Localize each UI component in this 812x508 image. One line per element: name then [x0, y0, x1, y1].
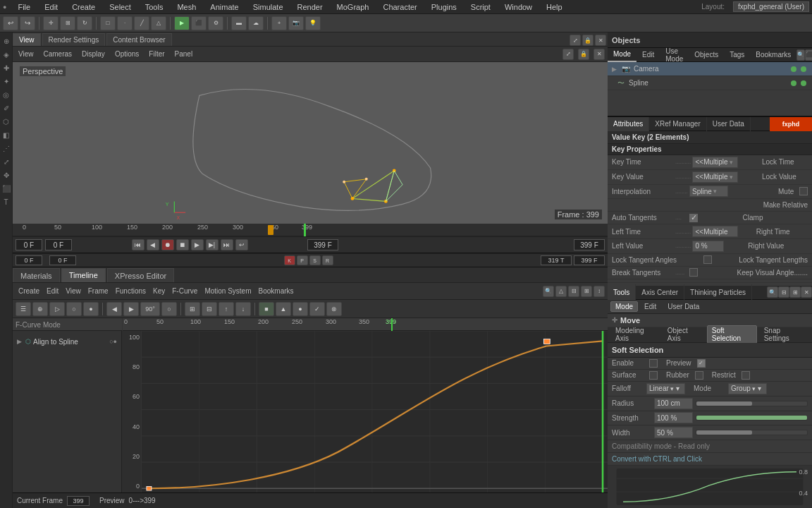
object-axis-tab[interactable]: Object Axis [663, 325, 705, 344]
floor-button[interactable]: ▬ [231, 16, 247, 30]
tab-view[interactable]: View [13, 33, 41, 46]
scale-tool-button[interactable]: ⊞ [60, 16, 75, 30]
soft-selection-tab[interactable]: Soft Selection [707, 325, 757, 344]
tl-motion-system[interactable]: Motion System [202, 286, 254, 296]
tl-edit[interactable]: Edit [44, 286, 61, 296]
tl-btn-17[interactable]: ✓ [309, 302, 325, 316]
spline-render-dot[interactable] [801, 80, 806, 86]
falloff-dropdown[interactable]: Linear ▾ [646, 383, 685, 394]
tl-btn-1[interactable]: ☰ [16, 302, 31, 316]
time-offset-field[interactable] [45, 239, 72, 250]
left-icon-8[interactable]: ◧ [1, 129, 12, 140]
poly-mode-button[interactable]: △ [151, 16, 166, 30]
menu-mograph[interactable]: MoGraph [334, 3, 372, 11]
menu-select[interactable]: Select [106, 3, 134, 11]
mode-dropdown[interactable]: Group ▾ [728, 383, 767, 394]
play-next-key[interactable]: ⏭ [221, 239, 233, 250]
tools-tab-thinking-particles[interactable]: Thinking Particles [684, 284, 752, 300]
tl-btn-7[interactable]: ▶ [123, 302, 139, 316]
vb-panel[interactable]: Panel [172, 49, 196, 59]
playhead[interactable] [304, 224, 306, 236]
time-field-small-1[interactable] [16, 255, 42, 265]
modeling-axis-tab[interactable]: Modeling Axis [610, 325, 660, 344]
tab-xpresso[interactable]: XPresso Editor [107, 268, 174, 282]
left-icon-2[interactable]: ◈ [1, 49, 12, 60]
left-icon-10[interactable]: ⤢ [1, 156, 12, 167]
tl-icon-2[interactable]: ⊟ [568, 286, 579, 297]
tl-btn-9[interactable]: ○ [161, 302, 177, 316]
menu-render[interactable]: Render [295, 3, 326, 11]
menu-plugins[interactable]: Plugins [429, 3, 460, 11]
left-icon-1[interactable]: ⊕ [1, 35, 12, 47]
left-icon-7[interactable]: ⬡ [1, 116, 12, 127]
left-icon-13[interactable]: T [1, 196, 12, 207]
point-mode-button[interactable]: · [117, 16, 133, 30]
tools-search-btn[interactable]: 🔍 [767, 286, 778, 298]
tl-icon-4[interactable]: ↕ [593, 286, 605, 297]
key-rec-btn-2[interactable]: P [297, 255, 308, 265]
viewport-lock-button[interactable]: 🔒 [582, 35, 593, 46]
tl-btn-4[interactable]: ○ [66, 302, 82, 316]
tool-sub-mode[interactable]: Mode [610, 301, 638, 312]
obj-tab-objects[interactable]: Objects [689, 48, 724, 62]
tl-btn-13[interactable]: ↓ [235, 302, 251, 316]
menu-create[interactable]: Create [69, 3, 98, 11]
tools-icon-1[interactable]: ⊟ [778, 286, 789, 298]
menu-mesh[interactable]: Mesh [174, 3, 199, 11]
time-current-right[interactable] [574, 239, 605, 250]
lock-tang-ang-cb[interactable] [703, 255, 712, 264]
redo-button[interactable]: ↪ [20, 16, 35, 30]
sky-button[interactable]: ☁ [248, 16, 264, 30]
viewport-icon-3[interactable]: ✕ [593, 49, 605, 60]
tl-fcurve[interactable]: F-Curve [169, 286, 200, 296]
left-time-value[interactable]: <<Multiple [692, 226, 738, 237]
compat-link[interactable]: Convert with CTRL and Click [612, 455, 702, 463]
obj-tab-mode[interactable]: Mode [608, 48, 636, 62]
menu-edit[interactable]: Edit [42, 3, 61, 11]
tools-icon-3[interactable]: ✕ [801, 286, 812, 298]
tl-create[interactable]: Create [16, 286, 42, 296]
undo-button[interactable]: ↩ [3, 16, 18, 30]
tab-materials[interactable]: Materials [13, 268, 60, 282]
vb-cameras[interactable]: Cameras [41, 49, 75, 59]
vb-filter[interactable]: Filter [146, 49, 167, 59]
tl-btn-8[interactable]: 90° [140, 302, 160, 316]
viewport-icon-2[interactable]: 🔒 [578, 49, 589, 60]
snap-settings-tab[interactable]: Snap Settings [759, 325, 809, 344]
left-icon-12[interactable]: ⬛ [1, 183, 12, 194]
menu-animate[interactable]: Animate [207, 3, 241, 11]
break-tang-cb[interactable] [689, 268, 698, 277]
radius-slider[interactable] [696, 401, 808, 406]
mute-checkbox[interactable] [799, 187, 808, 195]
time-field-small-3[interactable] [541, 255, 572, 265]
tl-icon-1[interactable]: △ [555, 286, 567, 297]
time-start-field[interactable] [16, 239, 42, 250]
left-val-value[interactable]: 0 % [692, 241, 724, 252]
camera-render-dot[interactable] [801, 66, 806, 72]
render-region-button[interactable]: ⬛ [191, 16, 207, 30]
tool-sub-edit[interactable]: Edit [639, 301, 661, 312]
left-icon-3[interactable]: ✚ [1, 62, 12, 73]
left-icon-6[interactable]: ✐ [1, 102, 12, 114]
vb-options[interactable]: Options [112, 49, 142, 59]
tab-content-browser[interactable]: Content Browser [106, 33, 171, 46]
play-record[interactable]: ⏺ [161, 239, 174, 250]
obj-tab-edit[interactable]: Edit [636, 48, 660, 62]
obj-search-btn[interactable]: 🔍 [796, 49, 805, 61]
obj-tab-tags[interactable]: Tags [724, 48, 750, 62]
tools-tab-tools[interactable]: Tools [608, 284, 636, 300]
camera-vis-dot[interactable] [791, 66, 796, 72]
camera-button[interactable]: 📷 [288, 16, 304, 30]
fcurve-graph[interactable]: 100 80 60 40 20 0 [122, 331, 608, 492]
tl-frame[interactable]: Frame [85, 286, 111, 296]
tl-btn-6[interactable]: ◀ [106, 302, 122, 316]
auto-tang-checkbox[interactable]: ✓ [689, 214, 698, 222]
tl-functions[interactable]: Functions [113, 286, 149, 296]
camera-expand-icon[interactable]: ▶ [612, 66, 617, 73]
interp-value[interactable]: Spline ▾ [689, 186, 728, 197]
obj-tab-bookmarks[interactable]: Bookmarks [750, 48, 796, 62]
new-object-button[interactable]: + [271, 16, 287, 30]
tl-btn-3[interactable]: ▷ [49, 302, 65, 316]
tl-icon-3[interactable]: ⊞ [581, 286, 592, 297]
menu-window[interactable]: Window [502, 3, 535, 11]
